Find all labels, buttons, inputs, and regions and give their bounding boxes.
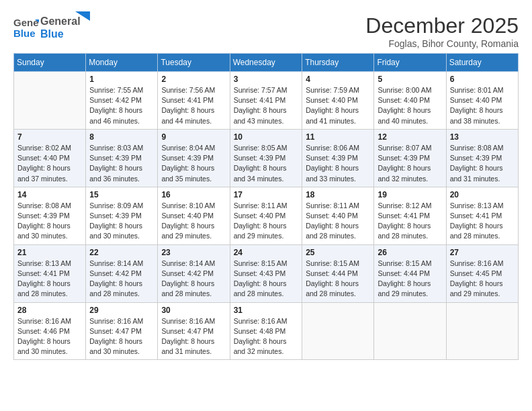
day-of-week-header: Sunday (14, 54, 86, 72)
day-info: Sunrise: 8:16 AMSunset: 4:45 PMDaylight:… (450, 259, 515, 300)
day-of-week-header: Saturday (446, 54, 518, 72)
day-number: 16 (161, 190, 226, 199)
logo-blue-text: Blue (40, 28, 81, 40)
day-number: 14 (17, 190, 82, 199)
svg-text:General: General (13, 17, 39, 28)
day-number: 9 (161, 132, 226, 142)
day-info: Sunrise: 8:08 AMSunset: 4:39 PMDaylight:… (450, 143, 515, 184)
calendar-week-row: 1Sunrise: 7:55 AMSunset: 4:42 PMDaylight… (14, 72, 519, 130)
day-info: Sunrise: 8:13 AMSunset: 4:41 PMDaylight:… (450, 201, 515, 242)
day-number: 1 (89, 75, 154, 84)
calendar-cell: 23Sunrise: 8:14 AMSunset: 4:42 PMDayligh… (158, 244, 230, 302)
calendar-cell (302, 302, 374, 360)
calendar-cell: 1Sunrise: 7:55 AMSunset: 4:42 PMDaylight… (86, 72, 158, 130)
day-number: 26 (378, 248, 442, 257)
calendar-cell: 17Sunrise: 8:11 AMSunset: 4:40 PMDayligh… (230, 187, 302, 244)
day-number: 15 (89, 190, 154, 199)
calendar-week-row: 14Sunrise: 8:08 AMSunset: 4:39 PMDayligh… (14, 187, 519, 244)
day-info: Sunrise: 8:07 AMSunset: 4:39 PMDaylight:… (378, 143, 442, 184)
day-number: 2 (161, 75, 226, 84)
calendar-cell: 5Sunrise: 8:00 AMSunset: 4:40 PMDaylight… (374, 72, 446, 130)
calendar-cell: 13Sunrise: 8:08 AMSunset: 4:39 PMDayligh… (446, 129, 518, 187)
day-info: Sunrise: 8:15 AMSunset: 4:43 PMDaylight:… (234, 259, 298, 300)
day-info: Sunrise: 8:03 AMSunset: 4:39 PMDaylight:… (89, 143, 154, 184)
calendar-cell (446, 302, 518, 360)
calendar-cell: 10Sunrise: 8:05 AMSunset: 4:39 PMDayligh… (230, 129, 302, 187)
calendar-cell: 12Sunrise: 8:07 AMSunset: 4:39 PMDayligh… (374, 129, 446, 187)
calendar-cell: 18Sunrise: 8:11 AMSunset: 4:40 PMDayligh… (302, 187, 374, 244)
day-number: 10 (234, 132, 298, 142)
day-of-week-header: Thursday (302, 54, 374, 72)
day-of-week-header: Tuesday (158, 54, 230, 72)
calendar-cell: 2Sunrise: 7:56 AMSunset: 4:41 PMDaylight… (158, 72, 230, 130)
day-number: 28 (17, 306, 82, 315)
day-number: 7 (17, 132, 82, 142)
calendar-cell: 26Sunrise: 8:15 AMSunset: 4:44 PMDayligh… (374, 244, 446, 302)
day-info: Sunrise: 8:08 AMSunset: 4:39 PMDaylight:… (17, 201, 82, 242)
day-info: Sunrise: 7:56 AMSunset: 4:41 PMDaylight:… (161, 85, 226, 126)
day-info: Sunrise: 8:11 AMSunset: 4:40 PMDaylight:… (234, 201, 298, 242)
day-info: Sunrise: 8:04 AMSunset: 4:39 PMDaylight:… (161, 143, 226, 184)
svg-marker-3 (75, 11, 90, 21)
day-info: Sunrise: 7:55 AMSunset: 4:42 PMDaylight:… (89, 85, 154, 126)
calendar-cell: 27Sunrise: 8:16 AMSunset: 4:45 PMDayligh… (446, 244, 518, 302)
calendar-week-row: 28Sunrise: 8:16 AMSunset: 4:46 PMDayligh… (14, 302, 519, 360)
day-info: Sunrise: 8:02 AMSunset: 4:40 PMDaylight:… (17, 143, 82, 184)
day-info: Sunrise: 8:12 AMSunset: 4:41 PMDaylight:… (378, 201, 442, 242)
day-info: Sunrise: 8:14 AMSunset: 4:42 PMDaylight:… (89, 259, 154, 300)
day-info: Sunrise: 8:16 AMSunset: 4:48 PMDaylight:… (234, 316, 298, 357)
page-header: General Blue General Blue December 2025 … (13, 13, 519, 49)
calendar-cell: 9Sunrise: 8:04 AMSunset: 4:39 PMDaylight… (158, 129, 230, 187)
day-of-week-header: Monday (86, 54, 158, 72)
day-number: 8 (89, 132, 154, 142)
day-info: Sunrise: 8:01 AMSunset: 4:40 PMDaylight:… (450, 85, 515, 126)
calendar-cell: 29Sunrise: 8:16 AMSunset: 4:47 PMDayligh… (86, 302, 158, 360)
calendar-week-row: 21Sunrise: 8:13 AMSunset: 4:41 PMDayligh… (14, 244, 519, 302)
day-number: 5 (378, 75, 442, 84)
month-title: December 2025 (365, 13, 519, 38)
day-number: 21 (17, 248, 82, 257)
day-info: Sunrise: 8:15 AMSunset: 4:44 PMDaylight:… (378, 259, 442, 300)
calendar-cell: 16Sunrise: 8:10 AMSunset: 4:40 PMDayligh… (158, 187, 230, 244)
calendar-cell: 28Sunrise: 8:16 AMSunset: 4:46 PMDayligh… (14, 302, 86, 360)
day-number: 20 (450, 190, 515, 199)
logo: General Blue General Blue (13, 13, 90, 40)
day-of-week-header: Friday (374, 54, 446, 72)
day-info: Sunrise: 8:09 AMSunset: 4:39 PMDaylight:… (89, 201, 154, 242)
day-info: Sunrise: 8:11 AMSunset: 4:40 PMDaylight:… (306, 201, 370, 242)
day-info: Sunrise: 8:16 AMSunset: 4:47 PMDaylight:… (89, 316, 154, 357)
day-info: Sunrise: 8:13 AMSunset: 4:41 PMDaylight:… (17, 259, 82, 300)
day-number: 29 (89, 306, 154, 315)
calendar-cell (374, 302, 446, 360)
svg-text:Blue: Blue (13, 28, 36, 39)
calendar-table: SundayMondayTuesdayWednesdayThursdayFrid… (13, 53, 519, 360)
day-number: 18 (306, 190, 370, 199)
calendar-cell: 14Sunrise: 8:08 AMSunset: 4:39 PMDayligh… (14, 187, 86, 244)
calendar-cell: 31Sunrise: 8:16 AMSunset: 4:48 PMDayligh… (230, 302, 302, 360)
day-info: Sunrise: 8:14 AMSunset: 4:42 PMDaylight:… (161, 259, 226, 300)
calendar-week-row: 7Sunrise: 8:02 AMSunset: 4:40 PMDaylight… (14, 129, 519, 187)
calendar-cell: 6Sunrise: 8:01 AMSunset: 4:40 PMDaylight… (446, 72, 518, 130)
calendar-cell: 3Sunrise: 7:57 AMSunset: 4:41 PMDaylight… (230, 72, 302, 130)
day-number: 22 (89, 248, 154, 257)
day-number: 24 (234, 248, 298, 257)
logo-icon: General Blue (13, 14, 39, 40)
day-number: 13 (450, 132, 515, 142)
day-number: 17 (234, 190, 298, 199)
day-info: Sunrise: 8:16 AMSunset: 4:46 PMDaylight:… (17, 316, 82, 357)
calendar-cell: 24Sunrise: 8:15 AMSunset: 4:43 PMDayligh… (230, 244, 302, 302)
calendar-cell: 30Sunrise: 8:16 AMSunset: 4:47 PMDayligh… (158, 302, 230, 360)
day-number: 6 (450, 75, 515, 84)
day-info: Sunrise: 8:16 AMSunset: 4:47 PMDaylight:… (161, 316, 226, 357)
day-info: Sunrise: 7:57 AMSunset: 4:41 PMDaylight:… (234, 85, 298, 126)
calendar-cell: 20Sunrise: 8:13 AMSunset: 4:41 PMDayligh… (446, 187, 518, 244)
day-info: Sunrise: 7:59 AMSunset: 4:40 PMDaylight:… (306, 85, 370, 126)
day-info: Sunrise: 8:00 AMSunset: 4:40 PMDaylight:… (378, 85, 442, 126)
calendar-cell: 21Sunrise: 8:13 AMSunset: 4:41 PMDayligh… (14, 244, 86, 302)
day-number: 31 (234, 306, 298, 315)
day-info: Sunrise: 8:06 AMSunset: 4:39 PMDaylight:… (306, 143, 370, 184)
calendar-cell: 11Sunrise: 8:06 AMSunset: 4:39 PMDayligh… (302, 129, 374, 187)
calendar-cell: 7Sunrise: 8:02 AMSunset: 4:40 PMDaylight… (14, 129, 86, 187)
day-number: 27 (450, 248, 515, 257)
day-number: 19 (378, 190, 442, 199)
